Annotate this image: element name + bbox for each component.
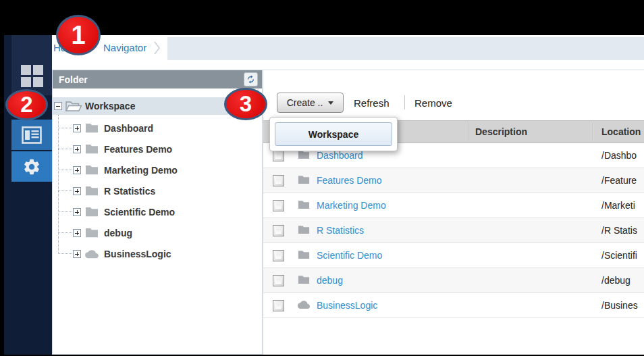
settings-gear-icon	[22, 157, 41, 176]
tree-item-label[interactable]: debug	[104, 228, 132, 238]
expand-plus-icon[interactable]	[73, 145, 81, 153]
tree-item-label[interactable]: BusinessLogic	[104, 249, 171, 259]
remove-button[interactable]: Remove	[414, 97, 452, 109]
tree-item-features-demo[interactable]: Features Demo	[53, 138, 262, 159]
create-dropdown-menu: Workspace	[269, 117, 398, 151]
create-button-label: Create ..	[287, 97, 323, 108]
application-window: Home Navigator Folder	[4, 35, 644, 355]
folder-icon	[85, 186, 99, 196]
expand-plus-icon[interactable]	[73, 187, 81, 195]
expand-plus-icon[interactable]	[73, 166, 81, 174]
row-name-link[interactable]: debug	[317, 275, 343, 286]
tree-item-debug[interactable]: debug	[53, 222, 262, 243]
callout-badge-2: 2	[5, 89, 48, 120]
breadcrumb: Home Navigator	[52, 35, 644, 62]
folder-icon	[85, 207, 99, 217]
row-location: /Busines	[601, 300, 638, 311]
reports-page-icon	[22, 126, 42, 144]
row-name-link[interactable]: R Statistics	[317, 225, 364, 236]
sidebar-item-home[interactable]	[11, 35, 52, 95]
folder-tree: Workspace Dashboard Features Demo Market…	[53, 88, 262, 354]
breadcrumb-current-segment	[167, 37, 644, 60]
row-location: /debug	[601, 275, 630, 286]
row-name-link[interactable]: BusinessLogic	[317, 300, 377, 311]
expand-plus-icon[interactable]	[73, 124, 81, 132]
tree-item-r-statistics[interactable]: R Statistics	[53, 180, 262, 201]
row-location: /Marketi	[601, 200, 635, 211]
row-checkbox[interactable]	[273, 175, 284, 186]
tree-item-dashboard[interactable]: Dashboard	[53, 118, 262, 138]
tree-item-label[interactable]: R Statistics	[104, 186, 155, 197]
expand-plus-icon[interactable]	[73, 208, 81, 216]
row-checkbox[interactable]	[273, 200, 284, 211]
folder-icon	[85, 144, 99, 154]
expand-plus-icon[interactable]	[73, 250, 81, 258]
folder-icon	[298, 150, 310, 159]
table-row-scientific-demo[interactable]: Scientific Demo /Scientifi	[263, 243, 644, 268]
folder-icon	[298, 200, 310, 209]
tree-item-marketing-demo[interactable]: Marketing Demo	[53, 159, 262, 180]
table-row-r-statistics[interactable]: R Statistics /R Statis	[263, 218, 644, 243]
row-name-link[interactable]: Marketing Demo	[317, 200, 386, 211]
tree-item-label[interactable]: Marketing Demo	[104, 165, 178, 176]
tree-item-label[interactable]: Workspace	[85, 101, 135, 111]
row-name-link[interactable]: Scientific Demo	[317, 250, 382, 261]
toolbar-separator	[404, 95, 405, 109]
repository-content-panel: Create .. Refresh Remove Description Loc…	[263, 70, 644, 355]
row-checkbox[interactable]	[273, 150, 284, 161]
folder-icon	[85, 165, 99, 175]
sidebar-item-reports[interactable]	[11, 120, 52, 150]
refresh-button[interactable]: Refresh	[354, 97, 390, 109]
row-checkbox[interactable]	[273, 300, 284, 311]
folder-panel-title: Folder	[53, 74, 88, 85]
folder-icon	[298, 175, 310, 184]
menu-item-workspace[interactable]: Workspace	[275, 122, 392, 146]
folder-icon	[298, 225, 310, 234]
row-location: /Feature	[601, 175, 637, 186]
cloud-icon	[85, 249, 99, 259]
table-row-debug[interactable]: debug /debug	[263, 268, 644, 293]
folder-icon	[298, 275, 310, 284]
open-folder-icon	[65, 100, 82, 113]
tree-item-businesslogic[interactable]: BusinessLogic	[53, 243, 262, 264]
row-checkbox[interactable]	[273, 225, 284, 236]
table-row-businesslogic[interactable]: BusinessLogic /Busines	[263, 293, 644, 318]
row-location: /Dashbo	[601, 150, 637, 161]
table-row-features-demo[interactable]: Features Demo /Feature	[263, 168, 644, 193]
row-checkbox[interactable]	[273, 250, 284, 261]
tree-refresh-button[interactable]	[244, 72, 258, 86]
cloud-icon	[298, 300, 310, 309]
expand-plus-icon[interactable]	[73, 229, 81, 237]
chevron-right-icon	[153, 41, 161, 55]
left-icon-rail	[4, 35, 52, 355]
tree-item-scientific-demo[interactable]: Scientific Demo	[53, 201, 262, 222]
row-checkbox[interactable]	[273, 275, 284, 286]
folder-icon	[85, 123, 99, 133]
column-header-description[interactable]: Description	[475, 126, 527, 137]
refresh-icon	[246, 75, 255, 84]
row-location: /R Statis	[601, 225, 637, 236]
callout-badge-1: 1	[56, 15, 101, 55]
tree-item-label[interactable]: Features Demo	[104, 144, 172, 155]
folder-icon	[85, 228, 99, 238]
folder-panel-header: Folder	[53, 70, 262, 88]
app-launcher-grid-icon	[21, 65, 43, 87]
folder-icon	[298, 250, 310, 259]
breadcrumb-navigator-link[interactable]: Navigator	[103, 42, 146, 53]
column-header-location[interactable]: Location	[601, 126, 641, 137]
row-name-link[interactable]: Dashboard	[317, 150, 363, 161]
callout-badge-3: 3	[224, 88, 267, 120]
tree-item-label[interactable]: Dashboard	[104, 123, 153, 134]
create-button[interactable]: Create ..	[277, 93, 344, 113]
dropdown-caret-icon	[328, 101, 333, 105]
table-row-marketing-demo[interactable]: Marketing Demo /Marketi	[263, 193, 644, 218]
tree-item-label[interactable]: Scientific Demo	[104, 207, 175, 218]
row-location: /Scientifi	[601, 250, 637, 261]
sidebar-item-settings[interactable]	[11, 151, 52, 182]
row-name-link[interactable]: Features Demo	[317, 175, 381, 186]
collapse-minus-icon[interactable]	[54, 102, 62, 110]
